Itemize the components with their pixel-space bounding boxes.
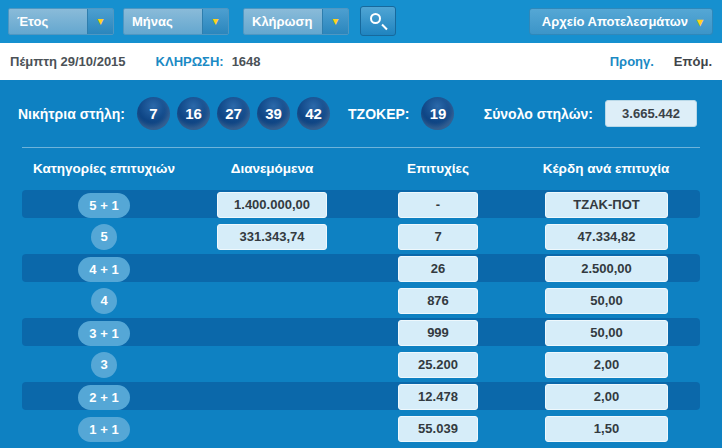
chevron-down-icon[interactable] [202, 9, 228, 34]
distributed-amount: 1.400.000,00 [217, 192, 327, 218]
search-button[interactable] [360, 6, 396, 36]
table-row: 5331.343,74747.334,82 [0, 221, 722, 253]
draw-number-label: ΚΛΗΡΩΣΗ: [156, 54, 224, 69]
total-columns: Σύνολο στηλών: 3.665.442 [484, 100, 697, 127]
table-row: 2 + 112.4782,00 [0, 381, 722, 413]
prize-per-winner: 2.500,00 [545, 256, 668, 282]
winners-count: - [398, 192, 478, 218]
table-row: 1 + 155.0391,50 [0, 413, 722, 445]
winning-numbers-row: Νικήτρια στήλη: 716273942 ΤΖΟΚΕΡ: 19 Σύν… [0, 80, 722, 147]
prize-table-rows: 5 + 11.400.000,00-ΤΖΑΚ-ΠΟΤ5331.343,74747… [0, 189, 722, 445]
chevron-down-icon[interactable] [322, 9, 348, 34]
prize-per-winner: ΤΖΑΚ-ΠΟΤ [545, 192, 668, 218]
tzoker-results-page: Έτος Μήνας Κλήρωση Αρχείο Αποτελεσμάτων … [0, 0, 722, 448]
winners-count: 25.200 [398, 352, 478, 378]
category-cell: 3 [22, 349, 186, 381]
winners-count: 12.478 [398, 384, 478, 410]
column-header-categories: Κατηγορίες επιτυχιών [22, 161, 186, 176]
category-cell: 4 + 1 [22, 253, 186, 285]
lottery-ball: 7 [137, 97, 170, 130]
year-dropdown-label: Έτος [9, 9, 87, 34]
winners-count: 55.039 [398, 416, 478, 442]
total-columns-value: 3.665.442 [605, 100, 697, 127]
prize-per-winner: 1,50 [545, 416, 668, 442]
joker-label: ΤΖΟΚΕΡ: [348, 106, 409, 122]
prize-per-winner: 50,00 [545, 320, 668, 346]
category-cell: 1 + 1 [22, 413, 186, 445]
category-badge: 2 + 1 [78, 385, 130, 410]
filter-toolbar: Έτος Μήνας Κλήρωση Αρχείο Αποτελεσμάτων [0, 0, 722, 43]
winners-count: 7 [398, 224, 478, 250]
winning-number-balls: 716273942 [137, 97, 330, 130]
prize-per-winner: 50,00 [545, 288, 668, 314]
next-draw-link[interactable]: Επόμ. [674, 54, 712, 69]
winners-count: 876 [398, 288, 478, 314]
chevron-down-icon [692, 9, 708, 36]
table-row: 4 + 1262.500,00 [0, 253, 722, 285]
results-archive-button[interactable]: Αρχείο Αποτελεσμάτων [529, 8, 713, 35]
prize-per-winner: 47.334,82 [545, 224, 668, 250]
month-dropdown[interactable]: Μήνας [123, 8, 229, 35]
lottery-ball: 42 [297, 97, 330, 130]
category-badge: 4 [91, 288, 117, 314]
category-badge: 5 [91, 224, 117, 250]
table-row: 5 + 11.400.000,00-ΤΖΑΚ-ΠΟΤ [0, 189, 722, 221]
category-badge: 4 + 1 [78, 257, 130, 282]
category-badge: 1 + 1 [78, 417, 130, 442]
draw-dropdown[interactable]: Κλήρωση [243, 8, 349, 35]
lottery-ball: 27 [217, 97, 250, 130]
distributed-amount: 331.343,74 [217, 224, 327, 250]
lottery-ball: 16 [177, 97, 210, 130]
month-dropdown-label: Μήνας [124, 9, 202, 34]
previous-draw-link[interactable]: Προηγ. [610, 54, 654, 69]
category-cell: 2 + 1 [22, 381, 186, 413]
winners-count: 999 [398, 320, 478, 346]
category-badge: 5 + 1 [78, 193, 130, 218]
draw-date: Πέμπτη 29/10/2015 [10, 54, 126, 69]
category-badge: 3 [91, 352, 117, 378]
draw-info-bar: Πέμπτη 29/10/2015 ΚΛΗΡΩΣΗ: 1648 Προηγ. Ε… [0, 43, 722, 80]
prize-per-winner: 2,00 [545, 352, 668, 378]
column-header-prize: Κέρδη ανά επιτυχία [516, 161, 696, 176]
category-cell: 5 [22, 221, 186, 253]
draw-navigation: Προηγ. Επόμ. [610, 54, 712, 69]
table-row: 487650,00 [0, 285, 722, 317]
table-row: 3 + 199950,00 [0, 317, 722, 349]
year-dropdown[interactable]: Έτος [8, 8, 114, 35]
category-cell: 5 + 1 [22, 189, 186, 221]
column-header-distributed: Διανεμόμενα [192, 161, 352, 176]
table-row: 325.2002,00 [0, 349, 722, 381]
column-header-winners: Επιτυχίες [378, 161, 498, 176]
prize-per-winner: 2,00 [545, 384, 668, 410]
search-icon [370, 13, 381, 24]
chevron-down-icon[interactable] [87, 9, 113, 34]
total-columns-label: Σύνολο στηλών: [484, 106, 593, 122]
category-cell: 3 + 1 [22, 317, 186, 349]
category-cell: 4 [22, 285, 186, 317]
draw-dropdown-label: Κλήρωση [244, 9, 322, 34]
joker-ball: 19 [421, 97, 454, 130]
winning-column-label: Νικήτρια στήλη: [18, 106, 125, 122]
lottery-ball: 39 [257, 97, 290, 130]
winners-count: 26 [398, 256, 478, 282]
category-badge: 3 + 1 [78, 321, 130, 346]
prize-table-header: Κατηγορίες επιτυχιών Διανεμόμενα Επιτυχί… [0, 148, 722, 189]
results-archive-label: Αρχείο Αποτελεσμάτων [542, 14, 688, 29]
draw-number-value: 1648 [232, 54, 261, 69]
